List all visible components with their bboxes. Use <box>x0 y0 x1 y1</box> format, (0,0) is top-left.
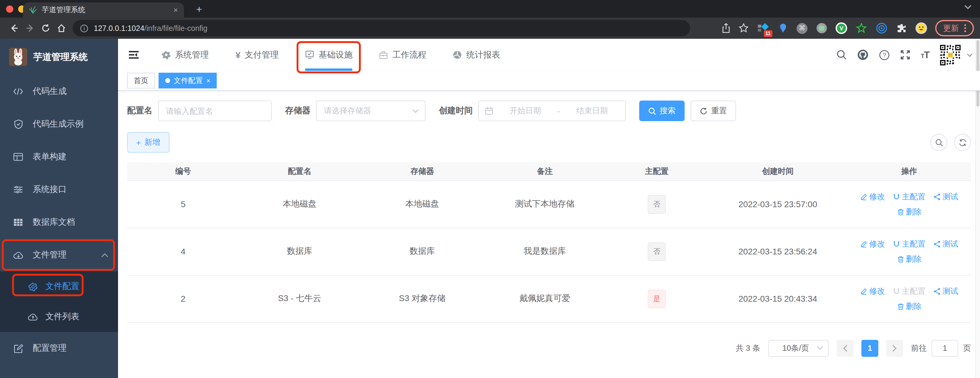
file-manage-submenu: 文件配置 文件列表 <box>0 271 118 332</box>
puzzle-icon[interactable] <box>895 22 907 34</box>
chevron-down-icon[interactable] <box>964 5 972 10</box>
cell-time: 2022-03-15 23:56:24 <box>708 228 848 275</box>
nav-item-system[interactable]: 系统管理 <box>162 39 209 71</box>
prev-page-button[interactable] <box>837 340 853 357</box>
sidebar-item-file-list[interactable]: 文件列表 <box>0 301 118 332</box>
font-size-icon[interactable]: TT <box>921 49 929 60</box>
tag-file-config[interactable]: 文件配置 × <box>159 73 217 88</box>
ext-grey-circle-icon[interactable] <box>815 22 827 34</box>
ext-eye-blue-icon[interactable] <box>875 22 888 34</box>
date-range-picker[interactable]: 开始日期 - 结束日期 <box>478 100 626 121</box>
briefcase-icon <box>379 51 388 59</box>
sidebar-item-config-manage[interactable]: 配置管理 <box>0 332 118 365</box>
config-name-input[interactable] <box>158 100 272 121</box>
ext-star-green-icon[interactable] <box>855 22 867 34</box>
bookmark-star-icon[interactable] <box>738 23 749 33</box>
search-icon[interactable] <box>837 49 847 60</box>
goto-page-input[interactable] <box>932 340 958 357</box>
delete-link[interactable]: 删除 <box>897 206 921 217</box>
edit-link[interactable]: 修改 <box>860 285 885 297</box>
pagination: 共 3 条 10条/页 1 前往 页 <box>127 340 971 357</box>
cell-remark: 测试下本地存储 <box>484 180 605 228</box>
tag-home[interactable]: 首页 <box>127 73 155 88</box>
toolbar-right: 11 ⌘ V <box>722 20 974 36</box>
page-number-current[interactable]: 1 <box>861 340 878 357</box>
ext-diamond-icon[interactable]: 11 <box>757 22 769 34</box>
dot-icon <box>165 78 170 83</box>
refresh-table-button[interactable] <box>954 134 971 151</box>
collapse-menu-icon[interactable] <box>126 47 142 63</box>
code-icon <box>13 87 24 96</box>
logo-row[interactable]: 芋道管理系统 <box>0 39 118 75</box>
user-avatar-qr[interactable] <box>939 44 961 66</box>
table-row: 4 数据库 数据库 我是数据库 否 2022-03-15 23:56:24 修改… <box>127 228 971 275</box>
table-toolbar: + 新增 <box>127 132 971 153</box>
delete-link[interactable]: 删除 <box>897 254 921 265</box>
reload-icon[interactable] <box>38 20 53 36</box>
cell-remark: 我是数据库 <box>484 228 605 275</box>
github-icon[interactable] <box>857 49 869 61</box>
tab-close-icon[interactable]: × <box>173 5 178 14</box>
delete-link[interactable]: 删除 <box>897 301 921 312</box>
sidebar-item-db-doc[interactable]: 数据库文档 <box>0 206 118 239</box>
nav-item-payment[interactable]: ¥ 支付管理 <box>235 39 279 71</box>
config-name-label: 配置名 <box>127 105 153 116</box>
nav-item-infra[interactable]: 基础设施 <box>305 39 353 71</box>
chevron-down-icon <box>816 346 823 350</box>
test-link[interactable]: 测试 <box>933 191 958 202</box>
main-config-link[interactable]: 主配置 <box>893 191 926 202</box>
browser-tab-strip: 芋道管理系统 × + <box>0 0 980 18</box>
search-button[interactable]: 搜索 <box>639 100 685 121</box>
main-config-link[interactable]: 主配置 <box>893 238 926 249</box>
chevron-down-icon <box>412 109 419 113</box>
sidebar-item-system-api[interactable]: 系统接口 <box>0 173 118 206</box>
close-icon[interactable]: × <box>207 77 210 84</box>
address-bar[interactable]: 127.0.0.1:1024/infra/file/file-config <box>73 20 690 36</box>
more-dots-icon[interactable] <box>964 24 966 32</box>
test-link[interactable]: 测试 <box>933 285 958 297</box>
tags-bar: 首页 文件配置 × <box>118 71 980 91</box>
test-link[interactable]: 测试 <box>933 238 958 249</box>
sidebar-item-file-manage[interactable]: 文件管理 <box>0 239 118 271</box>
nav-item-report[interactable]: 统计报表 <box>453 39 500 71</box>
sidebar-item-code-gen[interactable]: 代码生成 <box>0 75 118 108</box>
ext-command-icon[interactable]: ⌘ <box>797 23 808 33</box>
url-path: /infra/file/file-config <box>144 24 207 32</box>
info-icon[interactable] <box>80 24 88 32</box>
favicon-leaf-icon <box>29 6 37 14</box>
page-size-select[interactable]: 10条/页 <box>768 340 829 357</box>
close-window-button[interactable] <box>6 5 13 13</box>
new-tab-button[interactable]: + <box>191 2 207 18</box>
total-count: 共 3 条 <box>736 343 760 354</box>
refresh-icon <box>700 107 708 115</box>
forward-icon[interactable] <box>22 20 38 36</box>
fullscreen-icon[interactable] <box>900 49 910 60</box>
header-name: 配置名 <box>239 162 360 180</box>
browser-toolbar: 127.0.0.1:1024/infra/file/file-config 11… <box>0 18 980 39</box>
ext-emoji-icon[interactable] <box>915 22 928 34</box>
help-icon[interactable]: ? <box>879 49 890 60</box>
ext-balloon-icon[interactable] <box>776 22 789 34</box>
sidebar-item-code-demo[interactable]: 代码生成示例 <box>0 108 118 140</box>
ext-v-green-icon[interactable]: V <box>835 22 848 34</box>
main-config-link-disabled[interactable]: 主配置 <box>893 285 926 297</box>
shield-check-icon <box>13 119 24 129</box>
back-icon[interactable] <box>6 20 22 36</box>
share-icon[interactable] <box>722 23 730 33</box>
next-page-button[interactable] <box>886 340 903 357</box>
page-suffix: 页 <box>963 343 971 354</box>
start-date-placeholder: 开始日期 <box>498 105 553 116</box>
update-button[interactable]: 更新 <box>935 20 974 36</box>
sidebar-item-form-builder[interactable]: 表单构建 <box>0 140 118 173</box>
edit-link[interactable]: 修改 <box>860 238 885 249</box>
home-icon[interactable] <box>53 20 69 36</box>
storage-select[interactable]: 请选择存储器 <box>316 100 426 121</box>
reset-button[interactable]: 重置 <box>690 100 736 121</box>
chevron-down-icon[interactable] <box>967 53 973 57</box>
add-button[interactable]: + 新增 <box>127 132 169 153</box>
sidebar-item-file-config[interactable]: 文件配置 <box>0 271 118 301</box>
browser-tab[interactable]: 芋道管理系统 × <box>23 2 184 18</box>
toggle-search-button[interactable] <box>931 134 947 151</box>
nav-item-workflow[interactable]: 工作流程 <box>379 39 426 71</box>
edit-link[interactable]: 修改 <box>860 191 885 202</box>
